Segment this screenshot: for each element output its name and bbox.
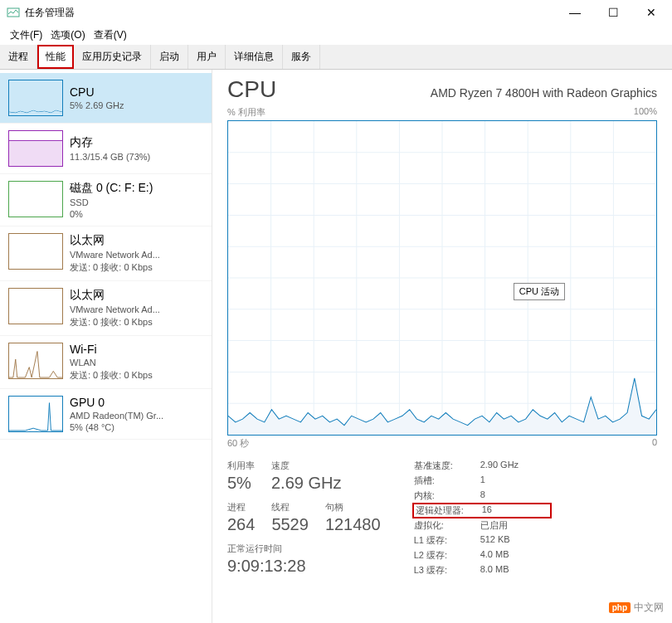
tab-processes[interactable]: 进程 <box>0 45 37 69</box>
tabbar: 进程 性能 应用历史记录 启动 用户 详细信息 服务 <box>0 45 672 70</box>
spec-base-label: 基准速度: <box>414 460 480 472</box>
spec-base-value: 2.90 GHz <box>480 460 547 472</box>
watermark-text: 中文网 <box>634 601 664 615</box>
tab-details[interactable]: 详细信息 <box>226 45 283 69</box>
spec-logical-highlight: 逻辑处理器:16 <box>412 503 552 518</box>
tab-performance[interactable]: 性能 <box>37 45 74 69</box>
spec-core-value: 8 <box>480 489 547 502</box>
stat-uptime-value: 9:09:13:28 <box>227 557 381 576</box>
spec-l3-label: L3 缓存: <box>414 564 480 577</box>
sidebar-item-ethernet-2[interactable]: 以太网 VMware Network Ad... 发送: 0 接收: 0 Kbp… <box>0 281 212 336</box>
window-title: 任务管理器 <box>25 6 75 20</box>
sidebar-item-disk[interactable]: 磁盘 0 (C: F: E:) SSD 0% <box>0 174 212 226</box>
chart-ymax: 100% <box>634 106 657 119</box>
sidebar-eth1-title: 以太网 <box>70 233 160 248</box>
spec-l1-label: L1 缓存: <box>414 534 480 547</box>
menubar: 文件(F) 选项(O) 查看(V) <box>0 25 672 45</box>
sidebar-item-ethernet-1[interactable]: 以太网 VMware Network Ad... 发送: 0 接收: 0 Kbp… <box>0 226 212 281</box>
menu-file[interactable]: 文件(F) <box>7 27 46 44</box>
sidebar-item-gpu[interactable]: GPU 0 AMD Radeon(TM) Gr... 5% (48 °C) <box>0 389 212 440</box>
stat-thread-value: 5529 <box>271 515 309 534</box>
detail-title: CPU <box>227 76 276 103</box>
tab-users[interactable]: 用户 <box>188 45 226 69</box>
stat-proc-label: 进程 <box>227 501 255 513</box>
spec-socket-label: 插槽: <box>414 475 480 487</box>
sidebar-wifi-sub1: WLAN <box>70 358 153 367</box>
cpu-spark-icon <box>8 80 63 116</box>
stat-util-label: 利用率 <box>227 460 255 472</box>
svg-rect-0 <box>7 8 19 17</box>
spec-l1-value: 512 KB <box>480 534 547 547</box>
detail-model: AMD Ryzen 7 4800H with Radeon Graphics <box>431 86 657 100</box>
sidebar-item-cpu[interactable]: CPU 5% 2.69 GHz <box>0 73 212 124</box>
sidebar: CPU 5% 2.69 GHz 内存 11.3/15.4 GB (73%) 磁盘… <box>0 70 212 623</box>
stat-util-value: 5% <box>227 474 255 493</box>
ethernet-spark-icon <box>8 233 63 270</box>
ethernet-spark-icon <box>8 288 63 324</box>
menu-options[interactable]: 选项(O) <box>47 27 88 44</box>
stat-handle-label: 句柄 <box>325 501 381 513</box>
stat-speed-value: 2.69 GHz <box>271 474 341 493</box>
maximize-button[interactable]: ☐ <box>594 0 632 25</box>
titlebar: 任务管理器 — ☐ ✕ <box>0 0 672 25</box>
svg-rect-2 <box>9 140 62 166</box>
sidebar-cpu-title: CPU <box>70 85 124 99</box>
chart-xlabel-left: 60 秒 <box>227 437 249 450</box>
watermark-badge: php <box>609 602 631 613</box>
spec-l3-value: 8.0 MB <box>480 564 547 577</box>
sidebar-wifi-sub2: 发送: 0 接收: 0 Kbps <box>70 369 153 382</box>
sidebar-gpu-sub2: 5% (48 °C) <box>70 422 163 432</box>
close-button[interactable]: ✕ <box>632 0 670 25</box>
detail-panel: CPU AMD Ryzen 7 4800H with Radeon Graphi… <box>212 70 672 623</box>
app-icon <box>7 6 20 19</box>
sidebar-disk-title: 磁盘 0 (C: F: E:) <box>70 181 153 196</box>
sidebar-memory-title: 内存 <box>70 135 150 150</box>
chart-tooltip: CPU 活动 <box>514 283 565 300</box>
spec-logical-label: 逻辑处理器: <box>416 504 482 517</box>
menu-view[interactable]: 查看(V) <box>90 27 130 44</box>
chart-xlabel-right: 0 <box>652 437 657 450</box>
tab-startup[interactable]: 启动 <box>151 45 188 69</box>
spec-logical-value: 16 <box>482 504 548 517</box>
sidebar-gpu-title: GPU 0 <box>70 396 163 409</box>
sidebar-item-memory[interactable]: 内存 11.3/15.4 GB (73%) <box>0 124 212 174</box>
sidebar-eth1-sub2: 发送: 0 接收: 0 Kbps <box>70 261 160 274</box>
stat-speed-label: 速度 <box>271 460 341 472</box>
stat-uptime-label: 正常运行时间 <box>227 543 381 555</box>
sidebar-eth2-sub2: 发送: 0 接收: 0 Kbps <box>70 316 160 329</box>
spec-l2-value: 4.0 MB <box>480 549 547 562</box>
sidebar-disk-sub2: 0% <box>70 209 153 219</box>
sidebar-memory-sub: 11.3/15.4 GB (73%) <box>70 152 150 162</box>
sidebar-item-wifi[interactable]: Wi-Fi WLAN 发送: 0 接收: 0 Kbps <box>0 336 212 389</box>
stat-thread-label: 线程 <box>271 501 309 513</box>
gpu-spark-icon <box>8 396 63 432</box>
cpu-chart[interactable]: CPU 活动 <box>227 120 657 436</box>
sidebar-wifi-title: Wi-Fi <box>70 343 153 356</box>
minimize-button[interactable]: — <box>556 0 594 25</box>
sidebar-disk-sub1: SSD <box>70 197 153 207</box>
spec-socket-value: 1 <box>480 475 547 487</box>
tab-services[interactable]: 服务 <box>283 45 320 69</box>
sidebar-eth2-title: 以太网 <box>70 288 160 303</box>
memory-spark-icon <box>8 130 63 167</box>
watermark: php 中文网 <box>609 601 664 615</box>
sidebar-cpu-sub: 5% 2.69 GHz <box>70 100 124 110</box>
chart-ylabel: % 利用率 <box>227 106 265 119</box>
sidebar-eth2-sub1: VMware Network Ad... <box>70 304 160 314</box>
tab-history[interactable]: 应用历史记录 <box>74 45 151 69</box>
stat-handle-value: 121480 <box>325 515 381 534</box>
stat-proc-value: 264 <box>227 515 255 534</box>
disk-spark-icon <box>8 181 63 217</box>
sidebar-gpu-sub1: AMD Radeon(TM) Gr... <box>70 411 163 421</box>
sidebar-eth1-sub1: VMware Network Ad... <box>70 250 160 260</box>
spec-core-label: 内核: <box>414 489 480 502</box>
spec-virt-value: 已启用 <box>480 519 547 532</box>
wifi-spark-icon <box>8 343 63 379</box>
spec-l2-label: L2 缓存: <box>414 549 480 562</box>
spec-virt-label: 虚拟化: <box>414 519 480 532</box>
